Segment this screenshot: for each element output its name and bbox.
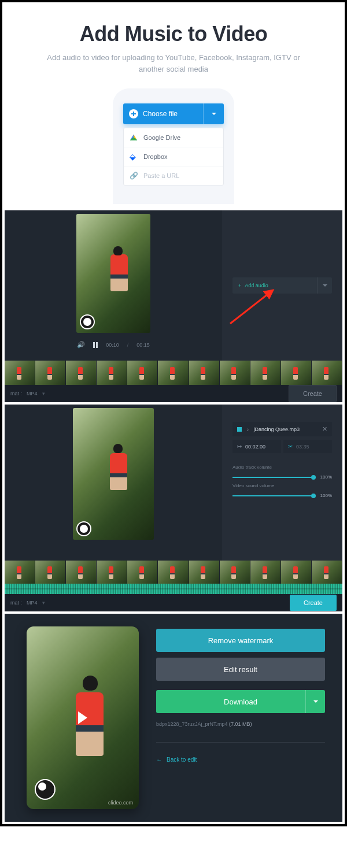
option-url[interactable]: 🔗 Paste a URL [124, 166, 223, 185]
bottom-bar: mat : MP4 ▾ Create [5, 594, 342, 611]
video-volume-value: 100% [320, 493, 332, 498]
edit-result-button[interactable]: Edit result [156, 658, 325, 681]
playback-controls: 🔊 00:10 / 00:15 [77, 341, 150, 348]
audio-file-chip: ♪ jDancing Quee.mp3 ✕ [232, 422, 332, 436]
video-volume-slider[interactable]: 100% [232, 493, 332, 498]
music-icon: ♪ [246, 426, 249, 432]
download-button[interactable]: Download [156, 690, 325, 713]
svg-line-0 [230, 290, 273, 324]
link-icon: 🔗 [130, 172, 138, 180]
volume-icon[interactable]: 🔊 [77, 341, 85, 348]
option-label: Google Drive [143, 134, 180, 141]
download-label: Download [224, 698, 257, 706]
chevron-down-icon [313, 700, 318, 703]
trim-controls: ↦ 00:02:00 ✂ 03:35 [232, 440, 332, 453]
start-time: 00:02:00 [245, 444, 265, 450]
page-subtitle: Add audio to video for uploading to YouT… [46, 52, 301, 75]
chevron-down-icon [212, 113, 216, 115]
arrow-left-icon: ← [156, 756, 162, 763]
back-to-edit-link[interactable]: ← Back to edit [156, 756, 325, 763]
chevron-down-icon: ▾ [42, 391, 45, 396]
trim-start-icon: ↦ [237, 443, 242, 450]
phone-mockup: Choose file Google Drive ⬙ Dropbox 🔗 Pas… [113, 88, 234, 204]
create-button[interactable]: Create [290, 595, 337, 611]
video-volume-label: Video sound volume [232, 483, 332, 488]
choose-file-button[interactable]: Choose file [123, 103, 224, 124]
back-label: Back to edit [167, 756, 197, 763]
output-filename: bdpx1228_73ruzJAj_prNT.mp4 (7.01 MB) [156, 721, 325, 727]
option-label: Paste a URL [143, 172, 179, 179]
add-audio-dropdown[interactable] [317, 277, 332, 294]
end-time: 03:35 [296, 444, 309, 450]
choose-file-label: Choose file [143, 110, 178, 118]
audio-volume-label: Audio track volume [232, 465, 332, 470]
format-label: mat : [10, 391, 22, 396]
gdrive-icon [130, 133, 138, 142]
create-button[interactable]: Create [289, 385, 337, 402]
time-sep: / [127, 342, 129, 348]
remove-watermark-button[interactable]: Remove watermark [156, 629, 325, 652]
video-preview[interactable] [73, 408, 154, 540]
landing-section: Add Music to Video Add audio to video fo… [5, 5, 342, 208]
filename: bdpx1228_73ruzJAj_prNT.mp4 [156, 721, 228, 727]
result-preview[interactable]: clideo.com [27, 626, 139, 809]
time-total: 00:15 [136, 342, 150, 348]
chevron-down-icon [323, 284, 327, 287]
source-options: Google Drive ⬙ Dropbox 🔗 Paste a URL [123, 128, 224, 186]
plus-icon: + [238, 283, 241, 288]
option-google-drive[interactable]: Google Drive [124, 128, 223, 147]
option-label: Dropbox [143, 153, 168, 160]
dropbox-icon: ⬙ [130, 153, 138, 161]
file-icon [237, 427, 242, 432]
result-actions: Remove watermark Edit result Download bd… [156, 626, 325, 809]
play-icon[interactable] [78, 711, 87, 724]
add-audio-label: Add audio [245, 283, 268, 288]
pause-button[interactable] [93, 342, 98, 348]
plus-icon [129, 109, 138, 118]
option-dropbox[interactable]: ⬙ Dropbox [124, 147, 223, 166]
result-section: clideo.com Remove watermark Edit result … [5, 614, 342, 822]
remove-audio-button[interactable]: ✕ [322, 425, 327, 433]
divider [156, 742, 325, 743]
end-time-input[interactable]: ✂ 03:35 [283, 440, 332, 453]
add-audio-button[interactable]: + Add audio [232, 277, 332, 294]
watermark-icon [80, 314, 95, 329]
download-dropdown[interactable] [305, 690, 325, 713]
scissors-icon: ✂ [288, 443, 293, 450]
video-preview[interactable] [76, 214, 150, 333]
filesize: (7.01 MB) [229, 721, 252, 727]
timeline[interactable] [5, 561, 342, 584]
audio-volume-slider[interactable]: 100% [232, 474, 332, 480]
audio-waveform[interactable] [5, 584, 342, 594]
choose-file-dropdown[interactable] [203, 103, 224, 124]
format-value[interactable]: MP4 [27, 391, 38, 396]
format-label: mat : [10, 600, 22, 606]
watermark-text: clideo.com [108, 800, 133, 806]
side-panel: + Add audio [222, 210, 342, 361]
watermark-icon [76, 521, 91, 536]
format-value[interactable]: MP4 [27, 600, 38, 606]
audio-filename: jDancing Quee.mp3 [254, 426, 300, 432]
start-time-input[interactable]: ↦ 00:02:00 [232, 440, 281, 453]
preview-pane [5, 405, 222, 561]
editor-step-audio-settings: ♪ jDancing Quee.mp3 ✕ ↦ 00:02:00 ✂ 03:35… [5, 405, 342, 611]
editor-step-add-audio: 🔊 00:10 / 00:15 + Add audio [5, 210, 342, 402]
preview-pane: 🔊 00:10 / 00:15 [5, 210, 222, 361]
bottom-bar: mat : MP4 ▾ Create [5, 385, 342, 402]
side-panel: ♪ jDancing Quee.mp3 ✕ ↦ 00:02:00 ✂ 03:35… [222, 405, 342, 561]
page-title: Add Music to Video [16, 22, 331, 46]
watermark-icon [35, 779, 56, 800]
chevron-down-icon: ▾ [42, 600, 45, 606]
timeline[interactable] [5, 361, 342, 385]
time-current: 00:10 [106, 342, 119, 348]
audio-volume-value: 100% [320, 474, 332, 480]
